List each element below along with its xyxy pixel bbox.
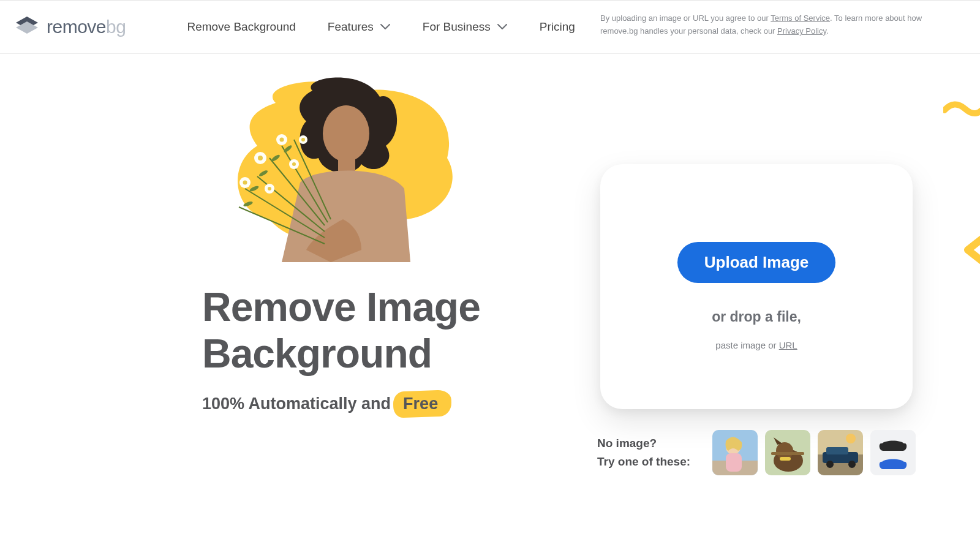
main: Remove Image Background 100% Automatical… (0, 54, 980, 72)
svg-point-14 (280, 138, 284, 142)
nav-pricing[interactable]: Pricing (540, 20, 575, 34)
primary-nav: Remove Background Features For Business … (187, 20, 575, 34)
nav-remove-background-label: Remove Background (187, 20, 295, 34)
hero: Remove Image Background 100% Automatical… (202, 66, 545, 415)
svg-point-10 (258, 156, 263, 160)
decorative-arrow (956, 232, 980, 268)
svg-point-2 (323, 105, 369, 162)
nav-remove-background[interactable]: Remove Background (187, 20, 295, 34)
hero-headline: Remove Image Background (202, 284, 545, 377)
legal-p2a: remove.bg handles your personal data, ch… (600, 26, 777, 36)
sample-thumbnails (712, 430, 916, 475)
sample-person[interactable] (712, 430, 758, 475)
upload-section: Upload Image or drop a file, paste image… (594, 164, 919, 475)
sample-controllers[interactable] (870, 430, 916, 475)
terms-of-service-link[interactable]: Terms of Service (771, 13, 830, 23)
nav-for-business[interactable]: For Business (423, 20, 508, 34)
samples-row: No image? Try one of these: (597, 430, 916, 475)
sample-dog[interactable] (765, 430, 810, 475)
samples-line1: No image? (597, 437, 657, 450)
svg-point-20 (301, 138, 305, 141)
privacy-policy-link[interactable]: Privacy Policy (777, 26, 826, 36)
chevron-down-icon (497, 23, 508, 31)
nav-for-business-label: For Business (423, 20, 491, 34)
svg-rect-34 (826, 447, 848, 454)
sample-car[interactable] (818, 430, 863, 475)
nav-features[interactable]: Features (328, 20, 391, 34)
hero-sub-prefix: 100% Automatically and (202, 394, 391, 413)
decorative-squiggle (943, 98, 980, 129)
legal-p2b: . (826, 26, 829, 36)
svg-point-35 (826, 461, 834, 468)
hero-headline-line2: Background (202, 331, 432, 376)
svg-point-36 (848, 461, 856, 468)
hero-subhead: 100% Automatically and Free (202, 393, 545, 415)
logo-icon (13, 15, 40, 39)
upload-card[interactable]: Upload Image or drop a file, paste image… (600, 164, 913, 409)
legal-text: By uploading an image or URL you agree t… (600, 12, 925, 38)
svg-point-18 (292, 162, 296, 166)
svg-point-16 (268, 187, 271, 190)
hero-headline-line1: Remove Image (202, 284, 480, 330)
svg-point-27 (776, 442, 793, 459)
nav-pricing-label: Pricing (540, 20, 575, 34)
nav-features-label: Features (328, 20, 374, 34)
hero-free-highlight: Free (397, 393, 447, 415)
logo-text-a: remove (47, 17, 106, 37)
svg-point-12 (243, 181, 247, 185)
samples-text: No image? Try one of these: (597, 434, 690, 472)
svg-rect-29 (780, 457, 791, 461)
svg-rect-28 (771, 452, 804, 455)
paste-text: paste image or URL (715, 340, 797, 350)
hero-image (202, 66, 472, 262)
logo-text: removebg (47, 17, 126, 37)
svg-rect-3 (338, 157, 355, 173)
samples-line2: Try one of these: (597, 455, 690, 468)
legal-p1a: By uploading an image or URL you agree t… (600, 13, 771, 23)
legal-p1b: . To learn more about how (830, 13, 922, 23)
paste-prefix: paste image or (715, 340, 778, 350)
upload-image-button[interactable]: Upload Image (677, 242, 835, 283)
drop-file-text: or drop a file, (712, 309, 801, 325)
logo[interactable]: removebg (13, 15, 126, 39)
svg-point-31 (846, 434, 856, 443)
chevron-down-icon (380, 23, 391, 31)
logo-text-b: bg (106, 17, 126, 37)
paste-url-link[interactable]: URL (779, 340, 797, 350)
svg-rect-24 (726, 453, 742, 472)
